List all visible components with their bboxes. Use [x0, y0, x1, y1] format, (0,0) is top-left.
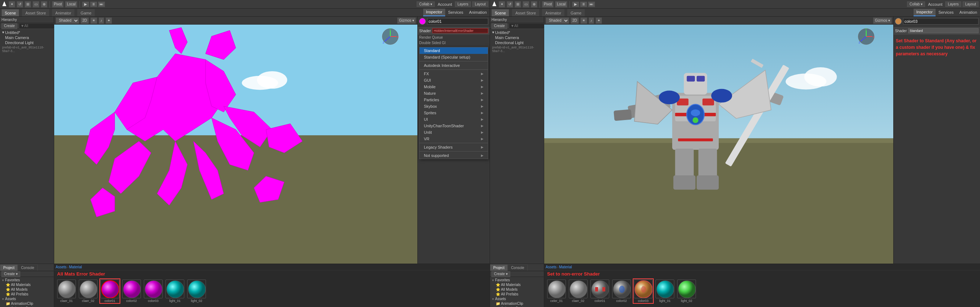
tab-game[interactable]: Game: [77, 9, 95, 16]
right-mat-cell-color02[interactable]: color02: [612, 280, 631, 303]
right-play-btn[interactable]: ▶: [572, 2, 579, 7]
right-hierarchy-item-directional[interactable]: Directional Light: [491, 40, 543, 45]
tab-animator[interactable]: Animator: [52, 9, 75, 16]
dropdown-item-skybox[interactable]: Skybox▶: [420, 103, 488, 110]
dropdown-item-fx[interactable]: FX▶: [420, 70, 488, 77]
assets-header[interactable]: ▾Assets: [1, 296, 53, 301]
collab-btn[interactable]: Collab ▾: [417, 2, 435, 7]
dropdown-item-unlit[interactable]: Unlit▶: [420, 129, 488, 136]
right-mat-cell-claer02[interactable]: claer_02: [569, 280, 587, 303]
dropdown-item-standard[interactable]: Standard: [420, 47, 488, 54]
dropdown-item-standard-spec[interactable]: Standard (Specular setup): [420, 54, 488, 61]
project-create-btn-right[interactable]: Create ▾: [492, 271, 510, 277]
right-toolbar-btn-scale[interactable]: ⊞: [515, 1, 521, 8]
right-tab-scene[interactable]: Scene: [492, 9, 509, 16]
step-btn[interactable]: ⏭: [98, 2, 105, 7]
dropdown-item-vr[interactable]: VR▶: [420, 136, 488, 142]
right-mat-cell-light02[interactable]: light_02: [677, 280, 696, 303]
right-assets-header[interactable]: ▾Assets: [491, 296, 543, 301]
console-tab-right[interactable]: Console: [508, 264, 528, 271]
right-effects-btn[interactable]: ✦: [595, 18, 602, 24]
right-audio-btn[interactable]: ♪: [589, 18, 594, 24]
dropdown-item-sprites[interactable]: Sprites▶: [420, 110, 488, 116]
right-toolbar-btn-move[interactable]: ✦: [499, 1, 505, 8]
account-btn[interactable]: Account: [436, 2, 453, 6]
pause-btn[interactable]: ⏸: [90, 2, 97, 7]
right-breadcrumb-assets[interactable]: Assets: [546, 265, 557, 269]
play-btn[interactable]: ▶: [82, 2, 89, 7]
right-hierarchy-item-untitled[interactable]: ▾ Untitled*: [491, 30, 543, 35]
tab-asset-store[interactable]: Asset Store: [22, 9, 49, 16]
right-tab-inspector[interactable]: Inspector: [913, 9, 935, 16]
right-animation-clip-item[interactable]: 📁 AnimationClip: [491, 301, 543, 306]
dropdown-item-mobile[interactable]: Mobile▶: [420, 83, 488, 90]
right-favorites-header[interactable]: ▾Favorites: [491, 278, 543, 282]
layout-btn[interactable]: Layout: [472, 2, 488, 7]
scene-canvas-right[interactable]: X Y Z: [544, 25, 893, 264]
material-name-input[interactable]: [427, 18, 488, 25]
audio-btn[interactable]: ♪: [99, 18, 104, 24]
right-light-btn[interactable]: ☀: [580, 18, 587, 24]
breadcrumb-assets[interactable]: Assets: [56, 265, 67, 269]
gizmos-btn[interactable]: Gizmos ▾: [397, 18, 416, 24]
2d-btn[interactable]: 2D: [81, 18, 89, 24]
dropdown-item-nature[interactable]: Nature▶: [420, 90, 488, 96]
right-mat-cell-light01[interactable]: light_01: [655, 280, 674, 303]
hierarchy-create-btn[interactable]: Create: [2, 23, 18, 29]
right-tab-animator[interactable]: Animator: [542, 9, 565, 16]
all-prefabs-item[interactable]: ⭐ All Prefabs: [1, 292, 53, 296]
right-local-btn[interactable]: Local: [555, 1, 567, 8]
tab-services[interactable]: Services: [445, 9, 466, 16]
hierarchy-item-untitled[interactable]: ▾ Untitled*: [1, 30, 53, 35]
dropdown-item-ui[interactable]: UI▶: [420, 116, 488, 123]
mat-cell-color03[interactable]: color03: [144, 280, 162, 303]
hierarchy-item-directional[interactable]: Directional Light: [1, 40, 53, 45]
mat-cell-claer02[interactable]: claer_02: [79, 280, 97, 303]
right-all-materials-item[interactable]: ⭐ All Materials: [491, 282, 543, 287]
right-toolbar-btn-rect[interactable]: ▭: [522, 1, 530, 8]
effects-btn[interactable]: ✦: [105, 18, 112, 24]
mat-cell-color02[interactable]: color02: [122, 280, 141, 303]
right-mat-cell-color01[interactable]: color01: [590, 280, 609, 303]
light-btn[interactable]: ☀: [90, 18, 97, 24]
right-hierarchy-item-camera[interactable]: Main Camera: [491, 35, 543, 40]
project-tab-right[interactable]: Project: [490, 264, 508, 271]
all-models-item[interactable]: ⭐ All Models: [1, 287, 53, 292]
right-pivot-btn[interactable]: Pivot: [542, 1, 554, 8]
right-material-name-input[interactable]: [903, 18, 978, 25]
shader-dropdown-error[interactable]: Hidden/InternalErrorShader: [432, 28, 488, 33]
dropdown-item-legacy[interactable]: Legacy Shaders▶: [420, 144, 488, 150]
local-btn[interactable]: Local: [65, 1, 77, 8]
breadcrumb-material[interactable]: Material: [69, 265, 82, 269]
pivot-btn[interactable]: Pivot: [52, 1, 64, 8]
toolbar-btn-transform[interactable]: ⊕: [41, 1, 47, 8]
mat-cell-color01[interactable]: color01: [100, 280, 119, 303]
right-all-prefabs-item[interactable]: ⭐ All Prefabs: [491, 292, 543, 296]
right-gizmos-btn[interactable]: Gizmos ▾: [873, 18, 892, 24]
layers-btn[interactable]: Layers: [455, 2, 471, 7]
tab-inspector[interactable]: Inspector: [423, 9, 445, 16]
right-breadcrumb-material[interactable]: Material: [559, 265, 572, 269]
toolbar-btn-scale[interactable]: ⊞: [25, 1, 31, 8]
animation-clip-item[interactable]: 📁 AnimationClip: [1, 301, 53, 306]
dropdown-item-particles[interactable]: Particles▶: [420, 96, 488, 103]
hierarchy-item-camera[interactable]: Main Camera: [1, 35, 53, 40]
dropdown-item-gui[interactable]: GUI▶: [420, 77, 488, 83]
right-layers-btn[interactable]: Layers: [945, 2, 961, 7]
project-create-btn-left[interactable]: Create ▾: [2, 271, 20, 277]
project-tab-left[interactable]: Project: [0, 264, 18, 271]
right-account-btn[interactable]: Account: [926, 2, 944, 6]
dropdown-item-unitychan[interactable]: UnityChanToonShader▶: [420, 123, 488, 129]
right-toolbar-btn-rotate[interactable]: ↺: [507, 1, 513, 8]
right-hierarchy-create-btn[interactable]: Create: [492, 23, 508, 29]
right-pause-btn[interactable]: ⏸: [580, 2, 587, 7]
right-shaded-select[interactable]: Shaded: [546, 18, 569, 24]
mat-cell-claer01[interactable]: claer_01: [57, 280, 76, 303]
tab-scene[interactable]: Scene: [2, 9, 19, 16]
right-toolbar-btn-transform[interactable]: ⊕: [531, 1, 537, 8]
all-materials-item[interactable]: ⭐ All Materials: [1, 282, 53, 287]
scene-canvas-left[interactable]: X Y Z: [54, 25, 417, 264]
right-shader-dropdown[interactable]: Standard: [908, 28, 978, 33]
console-tab-left[interactable]: Console: [18, 264, 38, 271]
dropdown-item-autodesk[interactable]: Autodesk Interactive: [420, 62, 488, 69]
